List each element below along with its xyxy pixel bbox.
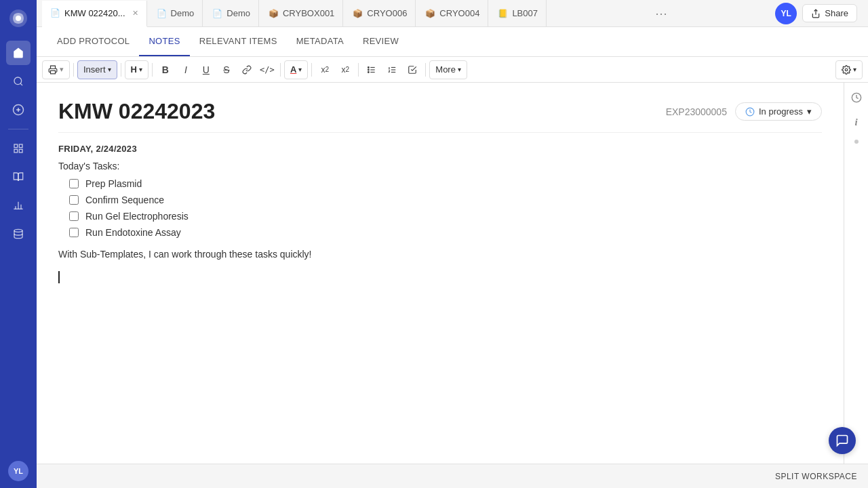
tab-kmw-close[interactable]: ✕ (132, 9, 138, 18)
italic-button[interactable]: I (176, 60, 195, 79)
nav-metadata[interactable]: METADATA (287, 27, 353, 56)
heading-button[interactable]: H ▾ (125, 60, 149, 79)
user-avatar[interactable]: YL (775, 3, 797, 24)
svg-point-26 (845, 68, 848, 71)
tab-demo1[interactable]: 📄 Demo (149, 0, 203, 26)
split-workspace-button[interactable]: SPLIT WORKSPACE (775, 472, 857, 481)
print-button[interactable]: ▾ (42, 60, 70, 79)
toolbar-sep-2 (121, 63, 121, 77)
main-panel: 📄 KMW 022420... ✕ 📄 Demo 📄 Demo 📦 CRYBOX… (37, 0, 868, 488)
insert-button[interactable]: Insert ▾ (77, 60, 117, 79)
settings-arrow: ▾ (853, 66, 856, 73)
sidebar-divider-1 (8, 129, 28, 129)
more-button[interactable]: More ▾ (429, 60, 467, 79)
nav-notes[interactable]: NOTES (139, 27, 189, 56)
tab-more-button[interactable]: ⋯ (650, 6, 673, 21)
strikethrough-button[interactable]: S (217, 60, 236, 79)
print-arrow: ▾ (60, 65, 64, 74)
tab-lb007-label: LB007 (512, 8, 538, 18)
checklist-item-3: Run Gel Electrophoresis (69, 211, 822, 222)
sidebar-item-chart[interactable] (6, 193, 31, 218)
status-badge[interactable]: In progress ▾ (735, 102, 822, 121)
underline-button[interactable]: U (197, 60, 216, 79)
svg-point-14 (14, 229, 22, 232)
tab-bar: 📄 KMW 022420... ✕ 📄 Demo 📄 Demo 📦 CRYBOX… (37, 0, 868, 27)
svg-rect-8 (19, 149, 22, 152)
bold-button[interactable]: B (156, 60, 175, 79)
sidebar-logo[interactable] (7, 7, 30, 30)
checklist-item-4: Run Endotoxine Assay (69, 227, 822, 238)
settings-button[interactable]: ▾ (835, 60, 863, 79)
share-icon (811, 9, 821, 18)
svg-point-21 (368, 69, 370, 70)
dot-indicator (854, 140, 859, 144)
svg-rect-6 (14, 144, 18, 148)
share-button[interactable]: Share (802, 4, 857, 22)
toolbar-sep-4 (280, 63, 281, 77)
clock-icon[interactable] (847, 88, 866, 107)
info-icon[interactable]: i (847, 113, 866, 131)
nav-review[interactable]: REVIEW (353, 27, 408, 56)
sidebar-item-grid[interactable] (6, 136, 31, 161)
checkbox-prep-plasmid[interactable] (69, 179, 79, 188)
tab-cryo006[interactable]: 📦 CRYO006 (344, 0, 416, 26)
superscript-button[interactable]: x2 (336, 60, 355, 79)
subscript-button[interactable]: x2 (315, 60, 334, 79)
ordered-list-icon (387, 65, 397, 75)
status-arrow: ▾ (807, 106, 812, 117)
svg-point-1 (16, 16, 21, 21)
more-arrow: ▾ (458, 66, 461, 73)
status-label: In progress (759, 106, 803, 117)
toolbar-sep-7 (425, 63, 426, 77)
bottom-bar: SPLIT WORKSPACE (37, 464, 868, 488)
tab-kmw-label: KMW 022420... (64, 8, 125, 18)
tab-lb007-icon: 📒 (498, 9, 508, 18)
chat-icon (835, 434, 849, 447)
tab-demo2-label: Demo (226, 8, 250, 18)
sidebar-item-search[interactable] (6, 69, 31, 94)
sidebar-item-add[interactable] (6, 98, 31, 122)
bullet-list-button[interactable] (362, 60, 381, 79)
toolbar: ▾ Insert ▾ H ▾ B I U S </> A ▾ (37, 57, 868, 83)
checkbox-run-gel[interactable] (69, 211, 79, 221)
checklist-item-1: Prep Plasmid (69, 178, 822, 189)
header-right: YL Share (775, 3, 863, 24)
tab-cryo004[interactable]: 📦 CRYO004 (417, 0, 488, 26)
svg-point-20 (368, 66, 370, 68)
sidebar-bottom: YL (8, 461, 28, 481)
checkbox-confirm-seq[interactable] (69, 195, 79, 205)
cursor-container (58, 270, 822, 283)
print-icon (48, 65, 58, 75)
text-cursor (58, 271, 62, 283)
tab-demo2[interactable]: 📄 Demo (204, 0, 259, 26)
ordered-list-button[interactable] (382, 60, 401, 79)
sidebar-item-storage[interactable] (6, 222, 31, 246)
tab-demo1-icon: 📄 (157, 9, 167, 18)
document-meta: EXP23000005 In progress ▾ (666, 102, 822, 121)
sidebar: YL (0, 0, 37, 488)
nav-add-protocol[interactable]: ADD PROTOCOL (47, 27, 139, 56)
checklist: Prep Plasmid Confirm Sequence Run Gel El… (69, 178, 822, 238)
link-icon (242, 65, 252, 75)
tab-demo1-label: Demo (171, 8, 195, 18)
tab-kmw[interactable]: 📄 KMW 022420... ✕ (42, 1, 147, 27)
code-button[interactable]: </> (258, 60, 277, 79)
nav-relevant-items[interactable]: RELEVANT ITEMS (190, 27, 287, 56)
font-color-button[interactable]: A ▾ (284, 60, 308, 79)
tab-crybox001[interactable]: 📦 CRYBOX001 (260, 0, 343, 26)
svg-rect-9 (14, 149, 18, 152)
checkbox-run-endo[interactable] (69, 228, 79, 237)
tab-lb007[interactable]: 📒 LB007 (490, 0, 547, 26)
sidebar-item-notebook[interactable] (6, 165, 31, 189)
tab-kmw-icon: 📄 (50, 8, 60, 18)
checklist-label-2: Confirm Sequence (85, 195, 164, 205)
document-content[interactable]: KMW 02242023 EXP23000005 In progress ▾ F… (37, 83, 844, 464)
sidebar-item-home[interactable] (6, 41, 31, 65)
chat-button[interactable] (829, 427, 856, 454)
sidebar-user-avatar[interactable]: YL (8, 461, 28, 481)
checklist-label-1: Prep Plasmid (85, 178, 142, 189)
task-label: Today's Tasks: (58, 161, 822, 171)
heading-label: H (131, 64, 137, 75)
link-button[interactable] (237, 60, 256, 79)
checklist-button[interactable] (403, 60, 422, 79)
